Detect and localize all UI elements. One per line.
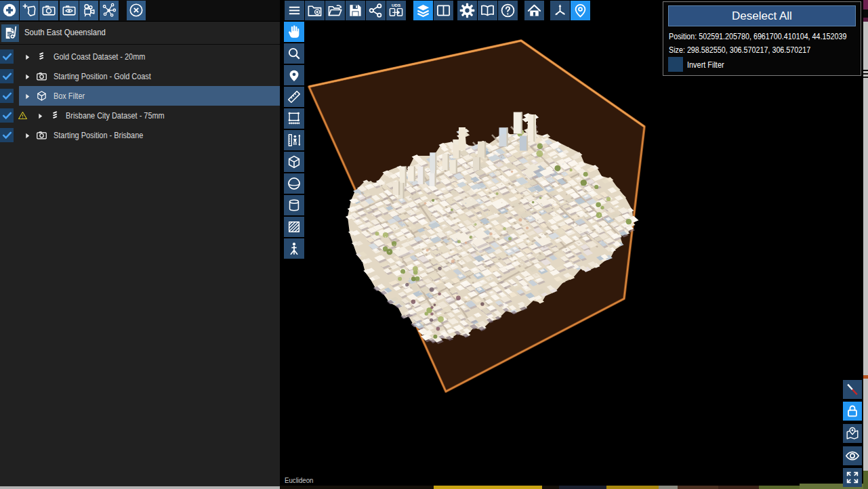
svg-text:UDS: UDS: [392, 3, 400, 7]
